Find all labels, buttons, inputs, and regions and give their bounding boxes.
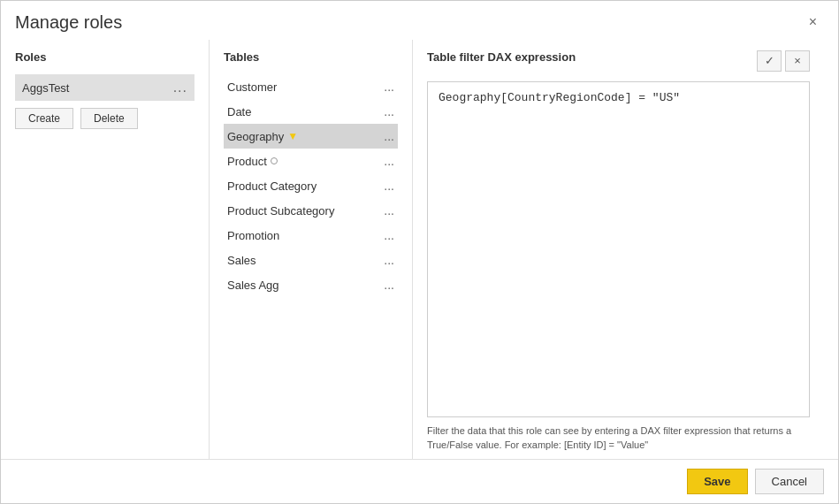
dax-cancel-button[interactable]: × — [785, 50, 810, 72]
roles-list: AggsTest ... — [15, 74, 194, 104]
dialog-body: Roles AggsTest ... Create Delete Tables … — [1, 40, 838, 459]
dax-hint: Filter the data that this role can see b… — [427, 424, 810, 452]
table-name-product-subcategory: Product Subcategory — [227, 204, 334, 218]
table-item-product-subcategory[interactable]: Product Subcategory ... — [224, 198, 398, 223]
tables-list: Customer ... Date ... Geography ▼ — [224, 74, 398, 297]
table-item-date[interactable]: Date ... — [224, 99, 398, 124]
delete-button[interactable]: Delete — [80, 108, 138, 129]
table-item-product[interactable]: Product ... — [224, 149, 398, 173]
table-item-product-category[interactable]: Product Category ... — [224, 173, 398, 198]
dax-header: Table filter DAX expression — [427, 47, 576, 67]
dax-confirm-button[interactable]: ✓ — [757, 50, 782, 72]
dialog-title: Manage roles — [15, 12, 122, 33]
table-menu-product-category[interactable]: ... — [384, 179, 394, 193]
tables-panel: Tables Customer ... Date ... — [210, 40, 413, 459]
title-bar: Manage roles × — [1, 1, 838, 40]
table-menu-geography[interactable]: ... — [384, 129, 394, 143]
role-buttons: Create Delete — [15, 108, 194, 129]
save-button[interactable]: Save — [687, 469, 747, 494]
cancel-button[interactable]: Cancel — [755, 469, 824, 494]
dax-header-row: Table filter DAX expression ✓ × — [427, 47, 810, 74]
dax-expression-input[interactable] — [427, 81, 810, 417]
table-menu-promotion[interactable]: ... — [384, 228, 394, 242]
dax-actions: ✓ × — [757, 50, 810, 72]
roles-panel: Roles AggsTest ... Create Delete — [15, 40, 210, 459]
table-name-sales: Sales — [227, 254, 256, 267]
table-item-customer[interactable]: Customer ... — [224, 74, 398, 99]
table-name-sales-agg: Sales Agg — [227, 279, 279, 292]
table-name-product-category: Product Category — [227, 179, 317, 193]
table-menu-customer[interactable]: ... — [384, 80, 394, 94]
table-item-promotion[interactable]: Promotion ... — [224, 223, 398, 248]
table-name-date: Date — [227, 105, 251, 118]
tables-header: Tables — [224, 47, 398, 67]
table-item-sales-agg[interactable]: Sales Agg ... — [224, 272, 398, 297]
table-item-sales[interactable]: Sales ... — [224, 248, 398, 272]
dax-panel: Table filter DAX expression ✓ × Filter t… — [413, 40, 824, 459]
table-name-product: Product — [227, 155, 267, 168]
table-menu-product[interactable]: ... — [384, 154, 394, 168]
create-button[interactable]: Create — [15, 108, 73, 129]
dot-indicator-product — [271, 157, 278, 164]
role-item-label: AggsTest — [22, 81, 69, 95]
filter-icon-geography: ▼ — [287, 130, 298, 142]
table-item-geography[interactable]: Geography ▼ ... — [224, 124, 398, 149]
role-item-menu[interactable]: ... — [173, 80, 187, 95]
table-name-promotion: Promotion — [227, 229, 279, 242]
table-name-geography: Geography — [227, 130, 284, 143]
manage-roles-dialog: Manage roles × Roles AggsTest ... Create… — [0, 0, 839, 504]
table-menu-sales[interactable]: ... — [384, 253, 394, 267]
table-name-customer: Customer — [227, 80, 277, 94]
dialog-footer: Save Cancel — [1, 459, 838, 503]
roles-header: Roles — [15, 47, 194, 67]
close-button[interactable]: × — [802, 11, 824, 33]
role-item[interactable]: AggsTest ... — [15, 74, 194, 101]
table-menu-product-subcategory[interactable]: ... — [384, 203, 394, 218]
table-menu-sales-agg[interactable]: ... — [384, 278, 394, 292]
table-menu-date[interactable]: ... — [384, 104, 394, 118]
